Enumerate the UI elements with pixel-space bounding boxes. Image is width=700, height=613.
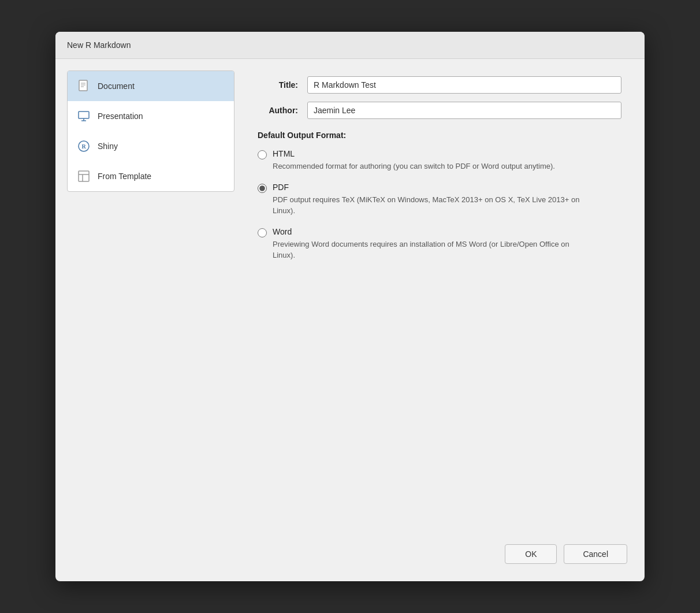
title-input[interactable] — [307, 76, 621, 94]
title-row: Title: — [258, 76, 621, 94]
format-pdf-option: PDF PDF output requires TeX (MiKTeX on W… — [258, 183, 621, 217]
format-html-option: HTML Recommended format for authoring (y… — [258, 149, 621, 172]
author-input[interactable] — [307, 102, 621, 119]
sidebar-item-shiny-label: Shiny — [98, 142, 118, 151]
svg-rect-0 — [79, 80, 87, 91]
author-label: Author: — [258, 106, 298, 115]
presentation-icon — [77, 109, 91, 123]
sidebar-item-document-label: Document — [98, 81, 135, 91]
title-label: Title: — [258, 80, 298, 90]
svg-rect-9 — [79, 171, 89, 181]
output-format-title: Default Output Format: — [258, 131, 621, 140]
format-radio-group: HTML Recommended format for authoring (y… — [258, 149, 621, 261]
new-rmarkdown-dialog: New R Markdown Document — [55, 32, 645, 581]
svg-rect-4 — [79, 112, 89, 118]
sidebar-item-presentation[interactable]: Presentation — [68, 101, 234, 131]
format-word-option: Word Previewing Word documents requires … — [258, 227, 621, 261]
format-word-label[interactable]: Word — [273, 227, 584, 236]
sidebar-item-presentation-label: Presentation — [98, 112, 143, 121]
dialog-footer: OK Cancel — [55, 533, 645, 581]
format-html-content: HTML Recommended format for authoring (y… — [273, 149, 555, 172]
svg-text:R: R — [81, 143, 86, 150]
shiny-icon: R — [77, 139, 91, 153]
format-html-radio[interactable] — [258, 150, 267, 159]
ok-button[interactable]: OK — [505, 544, 557, 564]
format-pdf-label[interactable]: PDF — [273, 183, 584, 192]
dialog-title: New R Markdown — [67, 40, 131, 50]
dialog-body: Document Presentation R — [55, 59, 645, 533]
template-icon — [77, 169, 91, 183]
sidebar-item-shiny[interactable]: R Shiny — [68, 131, 234, 161]
sidebar-item-from-template-label: From Template — [98, 172, 151, 181]
author-row: Author: — [258, 102, 621, 119]
sidebar-item-from-template[interactable]: From Template — [68, 161, 234, 191]
main-content: Title: Author: Default Output Format: HT… — [246, 70, 633, 521]
format-html-desc: Recommended format for authoring (you ca… — [273, 161, 555, 172]
format-word-radio[interactable] — [258, 228, 267, 237]
format-word-desc: Previewing Word documents requires an in… — [273, 239, 584, 261]
format-pdf-content: PDF PDF output requires TeX (MiKTeX on W… — [273, 183, 584, 217]
format-pdf-radio[interactable] — [258, 184, 267, 193]
format-word-content: Word Previewing Word documents requires … — [273, 227, 584, 261]
dialog-titlebar: New R Markdown — [55, 32, 645, 59]
format-html-label[interactable]: HTML — [273, 149, 555, 158]
cancel-button[interactable]: Cancel — [564, 544, 627, 564]
format-pdf-desc: PDF output requires TeX (MiKTeX on Windo… — [273, 194, 584, 217]
document-icon — [77, 79, 91, 93]
sidebar: Document Presentation R — [67, 70, 234, 192]
sidebar-item-document[interactable]: Document — [68, 71, 234, 101]
